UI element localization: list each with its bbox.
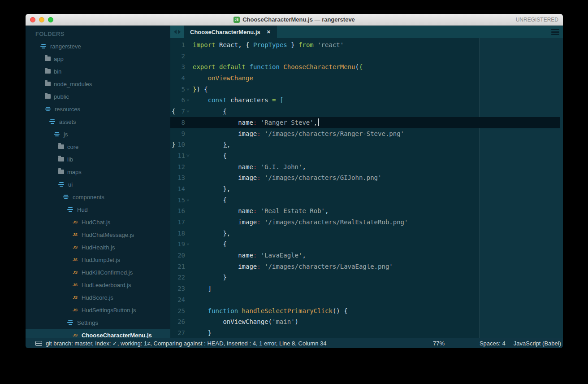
sidebar-item-lib[interactable]: lib bbox=[26, 153, 170, 166]
code-line-10[interactable]: }10 }, bbox=[170, 139, 563, 150]
zoom-window-button[interactable] bbox=[48, 17, 53, 22]
code-line-19[interactable]: 19˅ { bbox=[170, 239, 563, 250]
sidebar-item-app[interactable]: app bbox=[26, 52, 170, 65]
code-text: image: '/images/characters/GIJohn.png' bbox=[193, 172, 381, 183]
sidebar-item-label: Settings bbox=[77, 319, 98, 326]
sidebar-header: FOLDERS bbox=[26, 28, 170, 40]
code-line-26[interactable]: 26 onViewChange('main') bbox=[170, 316, 563, 327]
close-window-button[interactable] bbox=[30, 17, 35, 22]
fold-arrow-icon[interactable]: ˅ bbox=[186, 150, 193, 161]
tab-close-icon[interactable]: ✕ bbox=[267, 29, 271, 35]
code-line-12[interactable]: 12 name: 'G.I. John', bbox=[170, 161, 563, 173]
code-line-20[interactable]: 20 name: 'LavaEagle', bbox=[170, 250, 563, 261]
code-line-5[interactable]: 5˅}) { bbox=[170, 84, 563, 95]
code-line-14[interactable]: 14 }, bbox=[170, 183, 563, 195]
line-number: 25 bbox=[170, 305, 185, 317]
code-text: image: '/images/characters/RealEstateRob… bbox=[193, 217, 408, 228]
sidebar-item-hudscore-js[interactable]: JSHudScore.js bbox=[26, 291, 170, 304]
code-line-22[interactable]: 22 } bbox=[170, 272, 563, 283]
sidebar-item-node-modules[interactable]: node_modules bbox=[26, 78, 170, 90]
sidebar-item-hudsettingsbutton-js[interactable]: JSHudSettingsButton.js bbox=[26, 304, 170, 316]
status-syntax[interactable]: JavaScript (Babel) bbox=[514, 340, 561, 347]
code-line-27[interactable]: 27 } bbox=[170, 327, 563, 338]
sidebar-item-resources[interactable]: resources bbox=[26, 103, 170, 115]
sidebar-item-bin[interactable]: bin bbox=[26, 65, 170, 78]
code-text: } bbox=[193, 327, 212, 338]
code-line-4[interactable]: 4 onViewChange bbox=[170, 73, 563, 84]
code-line-24[interactable]: 24 bbox=[170, 294, 563, 305]
code-line-21[interactable]: 21 image: '/images/characters/LavaEagle.… bbox=[170, 261, 563, 272]
js-file-icon: JS bbox=[72, 220, 78, 224]
code-line-2[interactable]: 2 bbox=[170, 51, 563, 62]
code-text: onViewChange bbox=[193, 73, 253, 84]
code-text: }) { bbox=[193, 84, 208, 95]
fold-arrow-icon[interactable]: ˅ bbox=[186, 239, 193, 250]
code-line-17[interactable]: 17 image: '/images/characters/RealEstate… bbox=[170, 217, 563, 228]
sidebar-item-hudchat-js[interactable]: JSHudChat.js bbox=[26, 216, 170, 228]
code-text: name: 'Real Estate Rob', bbox=[193, 205, 329, 217]
prev-tab-icon[interactable] bbox=[174, 30, 177, 34]
sidebar-item-hudchatmessage-js[interactable]: JSHudChatMessage.js bbox=[26, 228, 170, 241]
sidebar-item-hudkillconfirmed-js[interactable]: JSHudKillConfirmed.js bbox=[26, 266, 170, 279]
sidebar-item-core[interactable]: core bbox=[26, 140, 170, 153]
line-number: 20 bbox=[170, 250, 185, 261]
sidebar-item-label: HudHealth.js bbox=[82, 244, 115, 251]
code-line-9[interactable]: 9 image: '/images/characters/Ranger-Stev… bbox=[170, 128, 563, 140]
code-line-15[interactable]: 15˅ { bbox=[170, 195, 563, 206]
sidebar-item-maps[interactable]: maps bbox=[26, 166, 170, 178]
fold-arrow-icon[interactable]: ˅ bbox=[186, 84, 193, 95]
code-line-23[interactable]: 23 ] bbox=[170, 283, 563, 294]
sidebar-item-label: ui bbox=[68, 181, 73, 188]
js-file-icon: JS bbox=[72, 308, 78, 312]
line-number: 15 bbox=[170, 195, 185, 206]
sidebar-item-js[interactable]: js bbox=[26, 128, 170, 140]
sidebar-item-assets[interactable]: assets bbox=[26, 115, 170, 128]
sidebar-item-public[interactable]: public bbox=[26, 90, 170, 103]
fold-arrow-icon[interactable]: ˅ bbox=[186, 195, 193, 206]
folder-icon bbox=[58, 157, 64, 161]
sidebar-item-settings[interactable]: Settings bbox=[26, 316, 170, 329]
code-area[interactable]: 1import React, { PropTypes } from 'react… bbox=[170, 38, 563, 338]
fold-arrow-icon[interactable]: ˅ bbox=[186, 95, 193, 106]
code-line-16[interactable]: 16 name: 'Real Estate Rob', bbox=[170, 205, 563, 217]
code-line-11[interactable]: 11˅ { bbox=[170, 150, 563, 161]
code-line-13[interactable]: 13 image: '/images/characters/GIJohn.png… bbox=[170, 172, 563, 183]
next-tab-icon[interactable] bbox=[178, 30, 181, 34]
tab-overflow-menu-icon[interactable] bbox=[551, 29, 559, 35]
code-line-8[interactable]: 8 name: 'Ranger Steve', bbox=[170, 117, 563, 128]
code-text: { bbox=[193, 150, 227, 161]
sidebar-item-hudhealth-js[interactable]: JSHudHealth.js bbox=[26, 241, 170, 253]
code-text: { bbox=[193, 106, 227, 117]
scrollbar-track[interactable] bbox=[560, 38, 563, 338]
line-number: 18 bbox=[170, 228, 185, 239]
gutter: 24 bbox=[170, 294, 193, 305]
gutter: 18 bbox=[170, 228, 193, 239]
code-line-6[interactable]: 6˅ const characters = [ bbox=[170, 95, 563, 106]
code-line-18[interactable]: 18 }, bbox=[170, 228, 563, 239]
gutter: 20 bbox=[170, 250, 193, 261]
sidebar-item-ui[interactable]: ui bbox=[26, 178, 170, 191]
code-line-1[interactable]: 1import React, { PropTypes } from 'react… bbox=[170, 39, 563, 51]
sidebar-item-hud[interactable]: Hud bbox=[26, 203, 170, 216]
code-line-25[interactable]: 25 function handleSelectPrimaryClick() { bbox=[170, 305, 563, 317]
status-indent[interactable]: Spaces: 4 bbox=[480, 340, 506, 347]
code-line-3[interactable]: 3export default function ChooseCharacter… bbox=[170, 61, 563, 73]
panel-toggle-icon[interactable] bbox=[35, 341, 42, 346]
sidebar-item-hudjumpjet-js[interactable]: JSHudJumpJet.js bbox=[26, 253, 170, 266]
line-number: 8 bbox=[170, 117, 185, 128]
minimize-window-button[interactable] bbox=[39, 17, 44, 22]
open-folder-icon bbox=[40, 44, 47, 48]
sidebar-item-rangersteve[interactable]: rangersteve bbox=[26, 40, 170, 52]
sidebar-item-components[interactable]: components bbox=[26, 191, 170, 203]
sidebar-item-label: HudScore.js bbox=[82, 294, 113, 301]
sidebar-item-hudleaderboard-js[interactable]: JSHudLeaderboard.js bbox=[26, 279, 170, 291]
js-file-icon: JS bbox=[72, 295, 78, 300]
code-line-7[interactable]: {7˅ { bbox=[170, 106, 563, 117]
code-text: } bbox=[193, 272, 227, 283]
code-text: }, bbox=[193, 183, 230, 195]
tab-active[interactable]: ChooseCharacterMenu.js ✕ bbox=[184, 26, 277, 38]
fold-arrow-icon[interactable]: ˅ bbox=[186, 106, 193, 117]
gutter: 12 bbox=[170, 161, 193, 173]
sidebar-item-choosecharactermenu-js[interactable]: JSChooseCharacterMenu.js bbox=[26, 329, 170, 338]
line-number: 21 bbox=[170, 261, 185, 272]
